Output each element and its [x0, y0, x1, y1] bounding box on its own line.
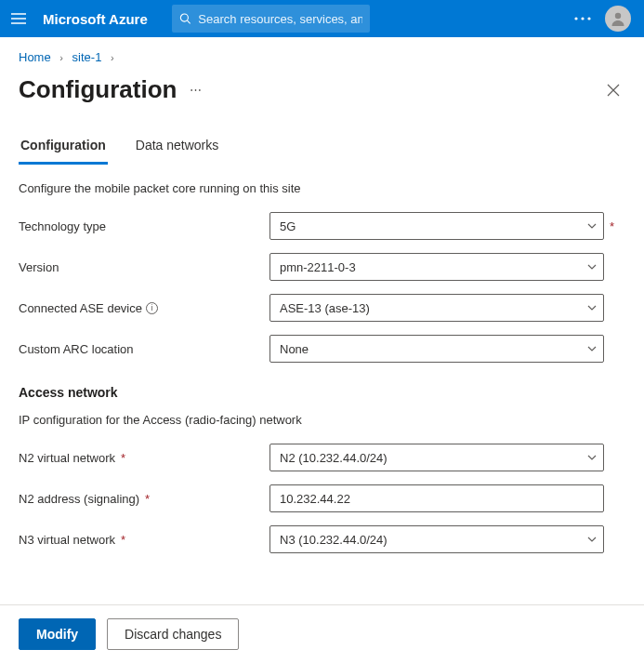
person-icon: [610, 10, 626, 27]
info-icon[interactable]: i: [146, 302, 158, 314]
value-version: pmn-2211-0-3: [280, 260, 356, 274]
header-more-button[interactable]: [564, 0, 601, 37]
select-n2-vnet[interactable]: N2 (10.232.44.0/24): [269, 444, 604, 471]
brand-label: Microsoft Azure: [37, 11, 164, 27]
tab-data-networks[interactable]: Data networks: [134, 138, 220, 165]
select-technology-type[interactable]: 5G: [269, 212, 604, 240]
label-n2-address: N2 address (signaling): [19, 492, 139, 506]
required-indicator: *: [121, 533, 125, 547]
more-horizontal-icon: [574, 17, 591, 20]
tab-configuration[interactable]: Configuration: [19, 138, 108, 165]
avatar[interactable]: [605, 6, 631, 32]
row-custom-arc: Custom ARC location None: [19, 335, 625, 363]
row-n2-address: N2 address (signaling)* 10.232.44.22: [19, 484, 625, 512]
breadcrumb-site[interactable]: site-1: [72, 50, 102, 64]
title-more-button[interactable]: ⋯: [190, 83, 204, 97]
value-n2-vnet: N2 (10.232.44.0/24): [280, 451, 388, 465]
input-n2-address[interactable]: 10.232.44.22: [269, 484, 604, 512]
tab-bar: Configuration Data networks: [0, 112, 644, 165]
select-connected-ase[interactable]: ASE-13 (ase-13): [269, 294, 604, 322]
intro-text: Configure the mobile packet core running…: [19, 181, 625, 195]
svg-point-2: [574, 17, 577, 20]
chevron-right-icon: ›: [111, 52, 114, 63]
page-title: Configuration: [19, 75, 177, 104]
svg-line-1: [187, 20, 190, 23]
required-indicator: *: [145, 492, 150, 506]
select-version[interactable]: pmn-2211-0-3: [269, 253, 604, 281]
modify-button[interactable]: Modify: [19, 618, 96, 650]
row-n2-vnet: N2 virtual network* N2 (10.232.44.0/24): [19, 444, 625, 471]
label-version: Version: [19, 260, 59, 274]
content-area: Configure the mobile packet core running…: [0, 165, 644, 553]
value-custom-arc: None: [280, 342, 309, 356]
top-header: Microsoft Azure: [0, 0, 644, 37]
section-access-network-subtext: IP configuration for the Access (radio-f…: [19, 413, 625, 427]
svg-point-0: [180, 14, 188, 21]
search-icon: [179, 12, 191, 25]
svg-point-5: [615, 13, 621, 19]
row-version: Version pmn-2211-0-3: [19, 253, 625, 281]
breadcrumb-home[interactable]: Home: [19, 50, 51, 64]
label-technology-type: Technology type: [19, 219, 106, 233]
svg-point-4: [587, 17, 590, 20]
close-button[interactable]: [601, 78, 625, 102]
chevron-right-icon: ›: [59, 52, 63, 63]
svg-point-3: [581, 17, 584, 20]
search-input[interactable]: [198, 12, 362, 26]
close-icon: [607, 84, 620, 97]
required-indicator: *: [610, 219, 617, 233]
hamburger-menu-button[interactable]: [0, 0, 37, 37]
required-indicator: *: [121, 451, 125, 465]
label-custom-arc: Custom ARC location: [19, 342, 134, 356]
value-technology-type: 5G: [280, 219, 296, 233]
breadcrumb: Home › site-1 ›: [0, 37, 644, 70]
select-custom-arc[interactable]: None: [269, 335, 604, 363]
row-connected-ase: Connected ASE device i ASE-13 (ase-13): [19, 294, 625, 322]
value-connected-ase: ASE-13 (ase-13): [280, 301, 370, 315]
title-row: Configuration ⋯: [0, 70, 644, 112]
value-n3-vnet: N3 (10.232.44.0/24): [280, 533, 388, 547]
label-n2-vnet: N2 virtual network: [19, 451, 115, 465]
select-n3-vnet[interactable]: N3 (10.232.44.0/24): [269, 525, 604, 553]
row-n3-vnet: N3 virtual network* N3 (10.232.44.0/24): [19, 525, 625, 553]
footer-bar: Modify Discard changes: [0, 604, 644, 663]
global-search[interactable]: [172, 5, 370, 33]
discard-changes-button[interactable]: Discard changes: [107, 618, 239, 650]
label-n3-vnet: N3 virtual network: [19, 533, 115, 547]
section-access-network-heading: Access network: [19, 385, 625, 400]
row-technology-type: Technology type 5G *: [19, 212, 625, 240]
value-n2-address: 10.232.44.22: [280, 492, 350, 506]
label-connected-ase: Connected ASE device: [19, 301, 142, 315]
hamburger-icon: [11, 13, 26, 24]
